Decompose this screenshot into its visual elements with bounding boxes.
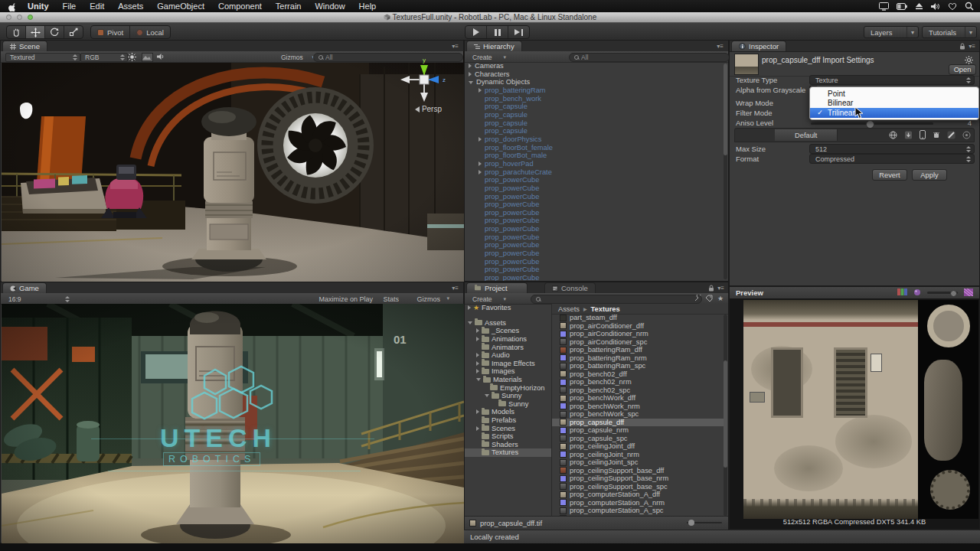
- tab-scene[interactable]: Scene: [2, 41, 47, 51]
- project-file-prop_ceilingSupport_base_spc[interactable]: prop_ceilingSupport_base_spc: [552, 483, 724, 491]
- hierarchy-item[interactable]: Characters: [465, 70, 724, 79]
- rgb-channels-icon[interactable]: [897, 289, 907, 297]
- eject-icon[interactable]: [915, 2, 923, 10]
- lock-icon[interactable]: [708, 285, 714, 293]
- persp-mode-label[interactable]: Persp: [415, 105, 442, 113]
- thumbnail-size-slider[interactable]: [687, 522, 722, 523]
- tab-game[interactable]: Game: [2, 282, 47, 293]
- disclosure-right-icon[interactable]: [479, 137, 482, 142]
- pivot-toggle-button[interactable]: Pivot: [91, 26, 130, 38]
- flash-platform-icon[interactable]: [947, 131, 956, 139]
- project-file-part_steam_dff[interactable]: part_steam_dff: [552, 314, 724, 322]
- disclosure-down-icon[interactable]: [476, 378, 481, 381]
- project-search-field[interactable]: [531, 295, 702, 304]
- disclosure-right-icon[interactable]: [476, 426, 479, 431]
- project-folder-Favorites[interactable]: ★Favorites: [465, 304, 551, 312]
- hierarchy-item[interactable]: prop_powerCube: [465, 217, 724, 225]
- disclosure-right-icon[interactable]: [476, 353, 479, 357]
- game-aspect-dropdown[interactable]: 16:9: [4, 295, 73, 304]
- disclosure-right-icon[interactable]: [469, 64, 472, 68]
- menu-component[interactable]: Component: [211, 2, 269, 11]
- disclosure-right-icon[interactable]: [476, 337, 479, 341]
- project-folder-Shaders[interactable]: Shaders: [465, 441, 551, 449]
- filter-option-Trilinear[interactable]: ✓Trilinear: [810, 108, 978, 118]
- project-file-prop_capsule_nrm[interactable]: prop_capsule_nrm: [552, 426, 724, 435]
- heart-icon[interactable]: [948, 2, 957, 11]
- project-folder-_Scenes[interactable]: _Scenes: [465, 327, 551, 335]
- panel-menu-icon[interactable]: ▾≡: [969, 43, 975, 50]
- stats-toggle[interactable]: Stats: [383, 295, 399, 303]
- hierarchy-item[interactable]: prop_capsule: [465, 127, 724, 135]
- hierarchy-item[interactable]: prop_doorPhysics: [465, 135, 724, 144]
- ios-platform-icon[interactable]: [920, 130, 926, 139]
- project-folder-Image Effects[interactable]: Image Effects: [465, 360, 551, 368]
- tab-console[interactable]: Console: [544, 282, 596, 293]
- game-gizmos-dropdown[interactable]: Gizmos: [416, 295, 440, 303]
- rotate-tool-button[interactable]: [45, 26, 64, 38]
- project-file-prop_ceilingJoint_spc[interactable]: prop_ceilingJoint_spc: [552, 458, 724, 467]
- hierarchy-item[interactable]: prop_powerCube: [465, 241, 724, 249]
- move-tool-button[interactable]: [26, 26, 45, 38]
- project-file-prop_computerStation_A_dff[interactable]: prop_computerStation_A_dff: [552, 491, 724, 499]
- scene-audio-toggle[interactable]: [157, 53, 165, 62]
- texture-preview-image[interactable]: [743, 300, 978, 519]
- project-folder-Sunny[interactable]: Sunny: [465, 400, 551, 409]
- texture-type-dropdown[interactable]: Texture: [809, 75, 975, 85]
- disclosure-right-icon[interactable]: [476, 361, 479, 366]
- hierarchy-item[interactable]: Cameras: [465, 62, 724, 70]
- project-folder-Assets[interactable]: Assets: [465, 319, 551, 328]
- disclosure-right-icon[interactable]: [476, 409, 479, 414]
- hierarchy-item[interactable]: prop_capsule: [465, 111, 724, 119]
- hierarchy-item[interactable]: prop_parachuteCrate: [465, 168, 724, 177]
- project-folder-Textures[interactable]: Textures: [465, 448, 551, 457]
- hierarchy-item[interactable]: prop_batteringRam: [465, 86, 724, 95]
- project-file-prop_bench02_dff[interactable]: prop_bench02_dff: [552, 370, 724, 379]
- hierarchy-item[interactable]: prop_bench_work: [465, 95, 724, 103]
- menu-app-name[interactable]: Unity: [21, 2, 56, 11]
- hierarchy-item[interactable]: prop_powerCube: [465, 176, 724, 184]
- scene-lighting-toggle[interactable]: [128, 53, 136, 63]
- menu-file[interactable]: File: [56, 2, 83, 11]
- project-file-prop_ceilingJoint_dff[interactable]: prop_ceilingJoint_dff: [552, 442, 724, 451]
- favorites-star-icon[interactable]: ★: [717, 295, 724, 302]
- disclosure-down-icon[interactable]: [468, 321, 472, 324]
- menu-window[interactable]: Window: [308, 2, 351, 11]
- naclweb-platform-icon[interactable]: [962, 131, 971, 139]
- scale-tool-button[interactable]: [64, 26, 83, 38]
- scene-viewport-render[interactable]: [2, 51, 464, 282]
- pause-button[interactable]: [487, 26, 508, 38]
- open-button[interactable]: Open: [949, 64, 976, 75]
- format-dropdown[interactable]: Compressed: [809, 154, 975, 164]
- scene-rendermode-dropdown[interactable]: Textured: [5, 53, 80, 62]
- project-folder-Scripts[interactable]: Scripts: [465, 432, 551, 441]
- panel-menu-icon[interactable]: ▾≡: [452, 43, 459, 50]
- spotlight-search-icon[interactable]: [965, 2, 974, 11]
- hierarchy-scrollbar[interactable]: [724, 64, 727, 279]
- scene-channel-dropdown[interactable]: RGB: [80, 53, 128, 62]
- hierarchy-item[interactable]: prop_powerCube: [465, 233, 724, 242]
- hierarchy-item[interactable]: prop_powerCube: [465, 225, 724, 233]
- project-folder-Materials[interactable]: Materials: [465, 376, 551, 384]
- hierarchy-item[interactable]: prop_floorBot_male: [465, 152, 724, 160]
- apply-button[interactable]: Apply: [912, 169, 947, 181]
- alpha-channel-icon[interactable]: [964, 289, 973, 298]
- battery-icon[interactable]: [897, 3, 907, 10]
- hierarchy-item[interactable]: prop_powerCube: [465, 184, 724, 193]
- play-button[interactable]: [466, 26, 487, 38]
- project-folder-Animators[interactable]: Animators: [465, 343, 551, 351]
- project-file-prop_benchWork_dff[interactable]: prop_benchWork_dff: [552, 394, 724, 403]
- search-by-type-icon[interactable]: [694, 295, 702, 304]
- web-platform-icon[interactable]: [889, 131, 897, 139]
- hierarchy-item[interactable]: prop_powerCube: [465, 274, 724, 281]
- disclosure-right-icon[interactable]: [479, 161, 482, 166]
- project-file-prop_bench02_nrm[interactable]: prop_bench02_nrm: [552, 378, 724, 386]
- menu-gameobject[interactable]: GameObject: [150, 2, 211, 11]
- project-file-prop_computerStation_A_nrm[interactable]: prop_computerStation_A_nrm: [552, 499, 724, 507]
- revert-button[interactable]: Revert: [872, 169, 907, 181]
- volume-icon[interactable]: [931, 2, 940, 11]
- project-create-button[interactable]: Create▾: [468, 295, 509, 304]
- hierarchy-item[interactable]: prop_powerCube: [465, 266, 724, 274]
- breadcrumb-current[interactable]: Textures: [591, 305, 620, 313]
- tab-inspector[interactable]: Inspector: [731, 41, 786, 51]
- hierarchy-item[interactable]: prop_capsule: [465, 119, 724, 128]
